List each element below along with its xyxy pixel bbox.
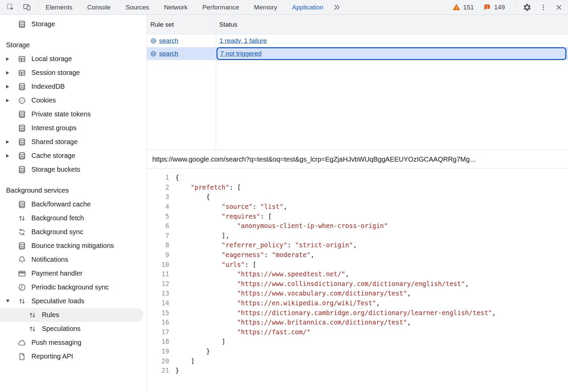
sidebar-item[interactable]: Notifications xyxy=(0,253,147,267)
menu-dots-icon[interactable] xyxy=(540,4,547,11)
sidebar-item[interactable]: Cookies xyxy=(0,93,147,107)
table-row[interactable]: search 7 not triggered xyxy=(147,47,568,60)
expander-icon[interactable] xyxy=(6,140,18,144)
panel-tab[interactable]: Application xyxy=(285,0,331,15)
rule-set-icon xyxy=(150,51,157,57)
code-line: 15 "https://dictionary.cambridge.org/dic… xyxy=(147,308,568,317)
expander-icon[interactable] xyxy=(6,154,18,158)
sidebar-item[interactable]: Interest groups xyxy=(0,121,147,135)
sidebar-item-icon xyxy=(18,338,26,347)
sidebar-item[interactable]: Storage xyxy=(0,17,147,31)
sidebar-item[interactable]: Back/forward cache xyxy=(0,197,147,211)
line-number[interactable]: 8 xyxy=(147,241,169,249)
sidebar-item-label: Storage xyxy=(31,20,55,28)
line-number[interactable]: 11 xyxy=(147,270,169,278)
expander-icon[interactable] xyxy=(6,99,18,102)
sidebar-item[interactable]: Storage buckets xyxy=(0,163,147,176)
code-text: "anonymous-client-ip-when-cross-origin" xyxy=(169,222,388,229)
panel-tab[interactable]: Memory xyxy=(247,0,285,15)
line-number[interactable]: 9 xyxy=(147,251,169,258)
expander-icon[interactable] xyxy=(6,300,18,303)
line-number[interactable]: 1 xyxy=(147,174,169,181)
device-toolbar-icon[interactable] xyxy=(23,3,31,11)
line-number[interactable]: 2 xyxy=(147,184,169,191)
line-number[interactable]: 5 xyxy=(147,213,169,220)
line-number[interactable]: 21 xyxy=(147,367,169,374)
code-line: 14 "https://en.wikipedia.org/wiki/Test", xyxy=(147,298,568,308)
line-number[interactable]: 6 xyxy=(147,222,169,229)
panel-tab[interactable]: Console xyxy=(80,0,118,15)
issues-badge[interactable]: 149 xyxy=(483,3,505,11)
sidebar-item[interactable]: Payment handler xyxy=(0,267,147,280)
rule-set-link[interactable]: search xyxy=(159,37,178,45)
code-text: "source": "list", xyxy=(169,203,287,210)
source-url: https://www.google.com/search?q=test&oq=… xyxy=(152,156,476,163)
json-source-viewer: 1 { 2 "prefetch": [ 3 { 4 "sour xyxy=(147,169,568,375)
status-link[interactable]: 7 not triggered xyxy=(220,50,262,57)
sidebar-item-label: Speculative loads xyxy=(31,297,84,305)
line-number[interactable]: 15 xyxy=(147,309,169,316)
sidebar-item[interactable]: Rules xyxy=(0,308,144,322)
devtools-toolbar: Elements Console Sources Network Perform… xyxy=(0,0,568,15)
code-text: } xyxy=(169,347,210,355)
line-number[interactable]: 10 xyxy=(147,261,169,268)
line-number[interactable]: 17 xyxy=(147,328,169,336)
sidebar-item[interactable]: Speculative loads xyxy=(0,294,147,308)
code-line: 16 "https://www.britannica.com/dictionar… xyxy=(147,317,568,327)
sidebar-item[interactable]: Local storage xyxy=(0,52,147,66)
status-link[interactable]: 1 ready, 1 failure xyxy=(220,37,267,45)
code-line: 13 "https://www.vocabulary.com/dictionar… xyxy=(147,288,568,298)
line-number[interactable]: 7 xyxy=(147,232,169,239)
warnings-badge[interactable]: 151 xyxy=(453,3,474,11)
sidebar-item[interactable]: Speculations xyxy=(0,322,147,336)
sidebar-item[interactable]: Background fetch xyxy=(0,211,147,225)
sidebar-item-icon xyxy=(18,352,26,361)
sidebar-item[interactable]: Cache storage xyxy=(0,149,147,163)
line-number[interactable]: 12 xyxy=(147,280,169,287)
sidebar-item[interactable]: Reporting API xyxy=(0,349,147,363)
sidebar-item-icon xyxy=(18,228,26,236)
line-number[interactable]: 18 xyxy=(147,338,169,345)
table-row[interactable]: search 1 ready, 1 failure xyxy=(147,34,568,47)
expander-icon[interactable] xyxy=(6,85,18,88)
line-number[interactable]: 13 xyxy=(147,289,169,297)
sidebar-item[interactable]: Push messaging xyxy=(0,336,147,349)
code-text: "https://www.collinsdictionary.com/dicti… xyxy=(169,280,469,287)
sidebar-sections: Storage Storage Local storage xyxy=(0,15,147,363)
table-body: search 1 ready, 1 failure search 7 xyxy=(147,34,568,60)
panel-tab[interactable]: Network xyxy=(157,0,195,15)
more-tabs-icon[interactable] xyxy=(333,3,341,11)
code-text: "https://fast.com/" xyxy=(169,328,310,336)
code-line: 4 "source": "list", xyxy=(147,202,568,212)
line-number[interactable]: 16 xyxy=(147,318,169,326)
expander-icon[interactable] xyxy=(6,71,18,75)
sidebar-item[interactable]: Private state tokens xyxy=(0,107,147,121)
panel-tab[interactable]: Elements xyxy=(38,0,80,15)
line-number[interactable]: 4 xyxy=(147,203,169,210)
sidebar-item-label: Local storage xyxy=(31,55,72,63)
line-number[interactable]: 20 xyxy=(147,357,169,365)
settings-gear-icon[interactable] xyxy=(523,3,532,12)
sidebar-item-label: Background sync xyxy=(31,228,83,236)
panel-tab[interactable]: Performance xyxy=(195,0,247,15)
sidebar-item[interactable]: Session storage xyxy=(0,66,147,80)
sidebar-item[interactable]: Bounce tracking mitigations xyxy=(0,239,147,253)
rule-set-link[interactable]: search xyxy=(159,50,178,57)
line-number[interactable]: 3 xyxy=(147,193,169,200)
expander-icon[interactable] xyxy=(6,57,18,61)
panel-tab[interactable]: Sources xyxy=(118,0,157,15)
sidebar-item[interactable]: Shared storage xyxy=(0,135,147,149)
inspect-element-icon[interactable] xyxy=(6,3,15,11)
sidebar-item[interactable]: IndexedDB xyxy=(0,80,147,93)
code-line: 7 ], xyxy=(147,231,568,241)
sidebar-item-icon xyxy=(18,110,26,119)
close-icon[interactable] xyxy=(555,4,563,11)
sidebar-item[interactable]: Periodic background sync xyxy=(0,280,147,294)
line-number[interactable]: 14 xyxy=(147,299,169,307)
code-text: { xyxy=(169,174,179,181)
code-text: "eagerness": "moderate", xyxy=(169,251,314,258)
code-line: 6 "anonymous-client-ip-when-cross-origin… xyxy=(147,221,568,231)
line-number[interactable]: 19 xyxy=(147,347,169,355)
sidebar-item[interactable]: Background sync xyxy=(0,225,147,239)
sidebar-item-icon xyxy=(28,311,37,319)
